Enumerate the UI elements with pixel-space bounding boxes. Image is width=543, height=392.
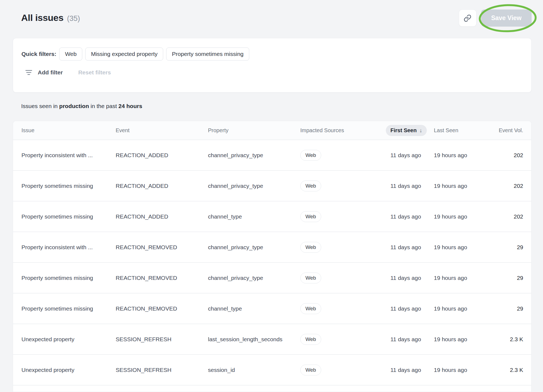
column-header-impacted-sources[interactable]: Impacted Sources	[300, 127, 390, 134]
event-volume-cell: 202	[477, 152, 523, 159]
event-cell: REACTION_REMOVED	[116, 305, 208, 312]
column-header-issue[interactable]: Issue	[21, 127, 116, 134]
event-cell: REACTION_REMOVED	[116, 275, 208, 281]
source-badge: Web	[300, 334, 321, 345]
table-row[interactable]: Property inconsistent with ... REACTION_…	[13, 140, 531, 171]
property-cell: session_id	[208, 367, 300, 373]
event-cell: SESSION_REFRESH	[116, 367, 208, 373]
impacted-sources-cell: Web	[300, 273, 390, 283]
last-seen-cell: 19 hours ago	[434, 275, 477, 281]
link-icon	[463, 14, 472, 22]
issue-cell: Property inconsistent with ...	[21, 244, 116, 251]
quick-filters-row: Quick filters: Web Missing expected prop…	[21, 48, 523, 61]
table-header-row: Issue Event Property Impacted Sources Fi…	[13, 121, 531, 140]
property-cell: channel_type	[208, 213, 300, 220]
impacted-sources-cell: Web	[300, 242, 390, 253]
column-header-first-seen[interactable]: First Seen ↓	[390, 125, 434, 136]
page-header: All issues (35)	[21, 12, 80, 23]
property-cell: channel_privacy_type	[208, 183, 300, 189]
table-body: Property inconsistent with ... REACTION_…	[13, 140, 531, 385]
issue-cell: Property sometimes missing	[21, 183, 116, 189]
last-seen-cell: 19 hours ago	[434, 244, 477, 251]
property-cell: channel_type	[208, 305, 300, 312]
first-seen-cell: 11 days ago	[390, 152, 434, 159]
issue-cell: Property sometimes missing	[21, 213, 116, 220]
property-cell: last_session_length_seconds	[208, 336, 300, 343]
first-seen-cell: 11 days ago	[390, 336, 434, 343]
summary-middle: in the past	[89, 103, 119, 109]
quick-filter-chip-property-sometimes-missing[interactable]: Property sometimes missing	[166, 48, 249, 61]
first-seen-cell: 11 days ago	[390, 275, 434, 281]
quick-filters-label: Quick filters:	[21, 51, 56, 57]
sort-descending-arrow-icon: ↓	[419, 127, 422, 134]
first-seen-cell: 11 days ago	[390, 367, 434, 373]
event-cell: REACTION_ADDED	[116, 152, 208, 159]
add-filter-button[interactable]: Add filter	[38, 69, 63, 76]
first-seen-cell: 11 days ago	[390, 305, 434, 312]
first-seen-sort-pill[interactable]: First Seen ↓	[386, 125, 427, 136]
column-header-last-seen[interactable]: Last Seen	[434, 127, 477, 134]
event-volume-cell: 29	[477, 275, 523, 281]
reset-filters-button[interactable]: Reset filters	[78, 69, 111, 76]
issues-page: All issues (35) Save View Quick filters:…	[0, 0, 543, 392]
event-volume-cell: 2.3 K	[477, 336, 523, 343]
last-seen-cell: 19 hours ago	[434, 305, 477, 312]
source-badge: Web	[300, 365, 321, 375]
event-cell: REACTION_REMOVED	[116, 244, 208, 251]
property-cell: channel_privacy_type	[208, 244, 300, 251]
source-badge: Web	[300, 303, 321, 314]
last-seen-cell: 19 hours ago	[434, 367, 477, 373]
table-row[interactable]: Unexpected property SESSION_REFRESH last…	[13, 324, 531, 355]
impacted-sources-cell: Web	[300, 150, 390, 161]
column-header-property[interactable]: Property	[208, 127, 300, 134]
impacted-sources-cell: Web	[300, 303, 390, 314]
impacted-sources-cell: Web	[300, 211, 390, 222]
event-cell: REACTION_ADDED	[116, 183, 208, 189]
last-seen-cell: 19 hours ago	[434, 336, 477, 343]
table-row[interactable]: Property sometimes missing REACTION_ADDE…	[13, 171, 531, 201]
issue-cell: Unexpected property	[21, 367, 116, 373]
copy-link-button[interactable]	[459, 10, 476, 27]
source-badge: Web	[300, 242, 321, 253]
source-badge: Web	[300, 181, 321, 191]
issue-count-badge: (35)	[67, 14, 80, 23]
property-cell: channel_privacy_type	[208, 152, 300, 159]
last-seen-cell: 19 hours ago	[434, 213, 477, 220]
event-cell: SESSION_REFRESH	[116, 336, 208, 343]
table-row[interactable]: Property inconsistent with ... REACTION_…	[13, 232, 531, 263]
source-badge: Web	[300, 150, 321, 161]
event-volume-cell: 29	[477, 305, 523, 312]
first-seen-cell: 11 days ago	[390, 213, 434, 220]
impacted-sources-cell: Web	[300, 365, 390, 375]
column-header-event[interactable]: Event	[116, 127, 208, 134]
impacted-sources-cell: Web	[300, 181, 390, 191]
first-seen-cell: 11 days ago	[390, 244, 434, 251]
event-volume-cell: 2.3 K	[477, 367, 523, 373]
page-title: All issues	[21, 12, 64, 23]
quick-filter-chip-web[interactable]: Web	[59, 48, 82, 61]
add-filter-row: Add filter Reset filters	[21, 69, 523, 76]
first-seen-label: First Seen	[390, 127, 417, 134]
issues-summary-text: Issues seen in production in the past 24…	[21, 103, 142, 109]
summary-environment: production	[59, 103, 89, 109]
issue-cell: Property sometimes missing	[21, 275, 116, 281]
issues-table: Issue Event Property Impacted Sources Fi…	[13, 121, 532, 392]
source-badge: Web	[300, 273, 321, 283]
first-seen-cell: 11 days ago	[390, 183, 434, 189]
table-row[interactable]: Unexpected property SESSION_REFRESH sess…	[13, 355, 531, 385]
table-row[interactable]: Property sometimes missing REACTION_REMO…	[13, 263, 531, 293]
save-view-button[interactable]: Save View	[481, 10, 532, 27]
table-row[interactable]: Property sometimes missing REACTION_ADDE…	[13, 201, 531, 232]
source-badge: Web	[300, 211, 321, 222]
summary-timeframe: 24 hours	[118, 103, 142, 109]
column-header-event-vol[interactable]: Event Vol.	[477, 127, 523, 134]
summary-prefix: Issues seen in	[21, 103, 59, 109]
issue-cell: Property sometimes missing	[21, 305, 116, 312]
header-actions: Save View	[459, 10, 532, 27]
event-volume-cell: 202	[477, 183, 523, 189]
quick-filter-chip-missing-expected-property[interactable]: Missing expected property	[85, 48, 163, 61]
event-volume-cell: 202	[477, 213, 523, 220]
property-cell: channel_privacy_type	[208, 275, 300, 281]
filters-panel: Quick filters: Web Missing expected prop…	[13, 38, 532, 93]
table-row[interactable]: Property sometimes missing REACTION_REMO…	[13, 293, 531, 324]
